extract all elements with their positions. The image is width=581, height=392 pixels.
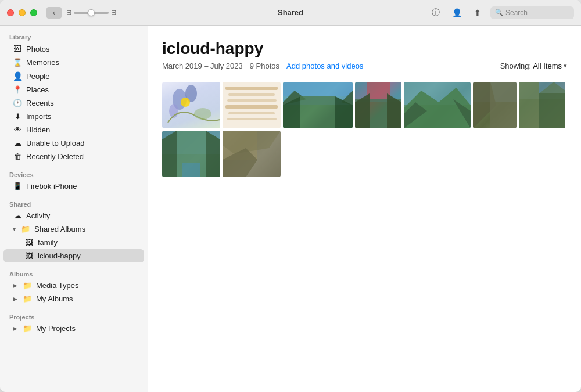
sidebar-item-label: Firebok iPhone — [26, 182, 77, 190]
slider-thumb[interactable] — [88, 9, 95, 16]
photo-thumb[interactable] — [355, 82, 401, 128]
my-projects-icon: 📁 — [23, 324, 32, 333]
traffic-lights — [7, 9, 37, 16]
sidebar-item-shared-albums[interactable]: ▾ 📁 Shared Albums — [3, 222, 144, 236]
size-slider[interactable]: ⊞ ⊟ — [66, 9, 116, 16]
sidebar-item-label: icloud-happy — [38, 251, 81, 260]
info-button[interactable]: ⓘ — [428, 5, 444, 21]
sidebar-item-activity[interactable]: ☁ Activity — [3, 209, 144, 222]
search-bar[interactable]: 🔍 — [490, 6, 574, 19]
sidebar-item-family[interactable]: 🖼 family — [3, 236, 144, 249]
album-photo-count: 9 Photos — [250, 62, 279, 70]
svg-rect-32 — [539, 93, 565, 128]
library-section-header: Library — [0, 30, 148, 42]
sidebar-item-label: Imports — [26, 112, 51, 121]
showing-label: Showing: — [500, 62, 531, 70]
titlebar: ‹ ⊞ ⊟ Shared ⓘ 👤 ⬆ 🔍 — [0, 0, 581, 26]
sidebar-item-label: family — [38, 238, 58, 247]
disclosure-open-icon: ▾ — [13, 226, 16, 232]
sidebar-item-label: Media Types — [36, 281, 78, 290]
albums-section-header: Albums — [0, 267, 148, 279]
photo-row-1 — [162, 82, 567, 128]
cliff-svg — [355, 82, 401, 128]
photo-thumb[interactable] — [162, 82, 220, 128]
recents-icon: 🕐 — [13, 99, 22, 107]
person-icon: 👤 — [452, 8, 462, 17]
sidebar-item-people[interactable]: 👤 People — [3, 69, 144, 83]
disclosure-closed-icon: ▶ — [13, 296, 17, 302]
search-input[interactable] — [505, 9, 569, 17]
sidebar-item-memories[interactable]: ⌛ Memories — [3, 56, 144, 69]
sidebar-item-label: Photos — [26, 45, 49, 53]
projects-section-header: Projects — [0, 310, 148, 322]
svg-rect-10 — [227, 118, 277, 120]
shared-section-header: Shared — [0, 197, 148, 209]
rockface-svg — [223, 131, 281, 177]
svg-rect-29 — [490, 82, 517, 128]
photos-icon: 🖼 — [13, 44, 22, 53]
titlebar-right: ⓘ 👤 ⬆ 🔍 — [428, 5, 574, 21]
sidebar: Library 🖼 Photos ⌛ Memories 👤 People 📍 P… — [0, 26, 148, 392]
share-button[interactable]: ⬆ — [469, 5, 486, 21]
svg-rect-5 — [225, 87, 278, 90]
svg-rect-9 — [228, 112, 275, 114]
photo-thumb[interactable] — [162, 131, 220, 177]
svg-point-4 — [194, 108, 211, 120]
sidebar-item-media-types[interactable]: ▶ 📁 Media Types — [3, 279, 144, 292]
back-button[interactable]: ‹ — [46, 7, 62, 19]
upload-icon: ☁ — [13, 139, 22, 148]
svg-rect-38 — [182, 163, 200, 177]
close-button[interactable] — [7, 9, 14, 16]
maximize-button[interactable] — [30, 9, 37, 16]
add-photos-link[interactable]: Add photos and videos — [286, 62, 363, 70]
chevron-down-icon: ▾ — [564, 62, 567, 70]
photo-thumb[interactable] — [404, 82, 471, 128]
sidebar-item-iphone[interactable]: 📱 Firebok iPhone — [3, 179, 144, 193]
photo-thumb[interactable] — [519, 82, 565, 128]
showing-value: All Items — [533, 62, 562, 70]
sidebar-item-label: Unable to Upload — [26, 139, 84, 148]
photo-thumb[interactable] — [283, 82, 353, 128]
trash-icon: 🗑 — [13, 152, 22, 161]
sidebar-item-label: Shared Albums — [34, 225, 85, 233]
sidebar-item-label: My Projects — [36, 324, 76, 333]
disclosure-closed-icon: ▶ — [13, 282, 17, 289]
person-button[interactable]: 👤 — [449, 5, 465, 21]
minimize-button[interactable] — [19, 9, 26, 16]
sidebar-item-label: Activity — [26, 211, 50, 220]
sidebar-item-hidden[interactable]: 👁 Hidden — [3, 123, 144, 136]
sidebar-item-recently-deleted[interactable]: 🗑 Recently Deleted — [3, 150, 144, 163]
gorge-svg — [162, 131, 220, 177]
sidebar-item-my-projects[interactable]: ▶ 📁 My Projects — [3, 322, 144, 335]
mountain-svg — [404, 82, 471, 128]
sidebar-item-my-albums[interactable]: ▶ 📁 My Albums — [3, 292, 144, 305]
svg-rect-31 — [519, 82, 539, 128]
album-title: icloud-happy — [162, 39, 567, 58]
sidebar-item-icloud-happy[interactable]: 🖼 icloud-happy — [3, 249, 144, 262]
sidebar-item-recents[interactable]: 🕐 Recents — [3, 96, 144, 110]
sidebar-item-label: Memories — [26, 58, 59, 67]
sidebar-item-label: Hidden — [26, 125, 50, 134]
titlebar-left-controls: ‹ ⊞ ⊟ — [46, 7, 116, 19]
app-body: Library 🖼 Photos ⌛ Memories 👤 People 📍 P… — [0, 26, 581, 392]
slider-track[interactable] — [74, 12, 109, 14]
iphone-icon: 📱 — [13, 182, 22, 190]
hidden-icon: 👁 — [13, 125, 22, 134]
disclosure-closed-icon: ▶ — [13, 325, 17, 332]
chevron-left-icon: ‹ — [53, 9, 55, 17]
photo-thumb[interactable] — [223, 131, 281, 177]
photo-thumb[interactable] — [473, 82, 517, 128]
sidebar-item-imports[interactable]: ⬇ Imports — [3, 110, 144, 123]
grid-large-icon: ⊟ — [111, 9, 116, 16]
sidebar-item-unable-to-upload[interactable]: ☁ Unable to Upload — [3, 136, 144, 150]
devices-section-header: Devices — [0, 168, 148, 179]
photo-thumb[interactable] — [223, 82, 281, 128]
window-title: Shared — [278, 8, 303, 17]
svg-rect-19 — [367, 82, 390, 99]
album-date-range: March 2019 – July 2023 — [162, 62, 243, 70]
sidebar-item-places[interactable]: 📍 Places — [3, 83, 144, 96]
sidebar-item-label: Recently Deleted — [26, 152, 84, 161]
showing-control[interactable]: Showing: All Items ▾ — [500, 62, 567, 70]
sidebar-item-photos[interactable]: 🖼 Photos — [3, 42, 144, 56]
album-meta: March 2019 – July 2023 9 Photos Add phot… — [162, 62, 567, 70]
